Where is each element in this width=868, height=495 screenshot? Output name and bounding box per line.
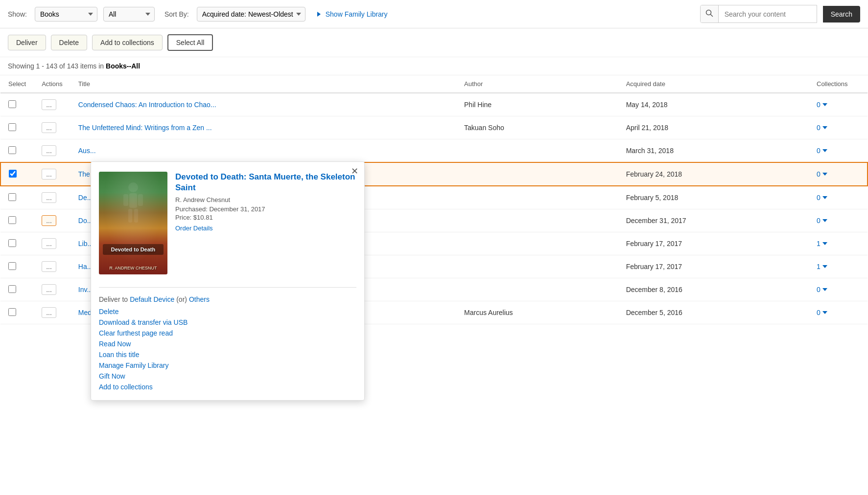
row-checkbox[interactable] (8, 146, 16, 154)
row-checkbox[interactable] (9, 170, 17, 178)
or-label: (or) (176, 295, 187, 303)
row-collections[interactable]: 0 (809, 186, 868, 209)
search-button[interactable]: Search (823, 6, 860, 22)
svg-line-1 (710, 15, 712, 17)
collections-badge[interactable]: 0 (817, 194, 860, 202)
row-checkbox[interactable] (8, 285, 16, 293)
collections-badge[interactable]: 1 (817, 263, 860, 270)
row-author (456, 232, 618, 255)
row-collections[interactable]: 0 (809, 301, 868, 324)
order-details-link[interactable]: Order Details (175, 225, 213, 232)
row-action-button[interactable]: ... (42, 261, 56, 272)
action-bar: Deliver Delete Add to collections Select… (0, 28, 868, 57)
popup-close-button[interactable]: ✕ (351, 167, 358, 176)
row-action-button[interactable]: ... (42, 169, 56, 180)
svg-rect-4 (123, 194, 128, 206)
row-action-button[interactable]: ... (42, 99, 56, 110)
purchased-label: Purchased: (175, 205, 208, 213)
add-collections-button[interactable]: Add to collections (92, 35, 163, 50)
row-action-button[interactable]: ... (42, 122, 56, 133)
collections-badge[interactable]: 0 (817, 217, 860, 225)
row-collections[interactable]: 0 (809, 162, 868, 186)
collections-badge[interactable]: 0 (817, 309, 860, 316)
price-label: Price: (175, 214, 191, 221)
table-row: ...Condensed Chaos: An Introduction to C… (0, 93, 868, 116)
row-collections[interactable]: 0 (809, 93, 868, 116)
row-collections[interactable]: 0 (809, 139, 868, 163)
family-library-label: Show Family Library (326, 10, 388, 18)
collections-badge[interactable]: 0 (817, 147, 860, 155)
popup-inner: Devoted to Death R. ANDREW CHESNUT Devot… (91, 162, 364, 282)
row-action-button[interactable]: ... (42, 215, 56, 226)
svg-rect-7 (134, 209, 138, 223)
others-link[interactable]: Others (189, 295, 210, 303)
row-checkbox[interactable] (8, 308, 16, 316)
collections-badge[interactable]: 0 (817, 101, 860, 109)
collections-badge[interactable]: 1 (817, 240, 860, 248)
collections-badge[interactable]: 0 (817, 286, 860, 293)
row-checkbox[interactable] (8, 123, 16, 131)
showing-bold: Books--All (106, 62, 140, 70)
row-checkbox[interactable] (8, 262, 16, 270)
row-action-button[interactable]: ... (42, 284, 56, 295)
row-checkbox[interactable] (8, 100, 16, 108)
col-author: Author (456, 75, 618, 93)
family-library-link[interactable]: Show Family Library (317, 10, 388, 18)
chevron-down-icon (822, 173, 827, 176)
row-acquired-date: February 17, 2017 (618, 255, 809, 278)
filter-select[interactable]: All Unread Read Collections (103, 7, 155, 22)
row-collections[interactable]: 1 (809, 255, 868, 278)
cover-author-text: R. ANDREW CHESNUT (109, 266, 157, 270)
row-action-button[interactable]: ... (42, 238, 56, 249)
popup-info: Devoted to Death: Santa Muerte, the Skel… (175, 172, 356, 274)
row-title-link[interactable]: Condensed Chaos: An Introduction to Chao… (78, 101, 216, 109)
popup-title: Devoted to Death: Santa Muerte, the Skel… (175, 172, 356, 193)
popup-delete-link[interactable]: Delete (99, 306, 356, 317)
show-label: Show: (8, 10, 27, 18)
showing-info: Showing 1 - 143 of 143 items in Books--A… (0, 57, 868, 75)
row-author (456, 186, 618, 209)
row-checkbox[interactable] (8, 216, 16, 224)
deliver-to-label: Deliver to (99, 295, 128, 303)
col-title: Title (70, 75, 456, 93)
default-device-link[interactable]: Default Device (130, 295, 174, 303)
row-author (456, 209, 618, 232)
chevron-down-icon (822, 149, 827, 152)
svg-rect-3 (129, 193, 137, 208)
row-checkbox[interactable] (8, 239, 16, 247)
collections-badge[interactable]: 0 (817, 124, 860, 132)
cover-title-text: Devoted to Death (106, 246, 161, 253)
row-author (456, 255, 618, 278)
chevron-down-icon (822, 242, 827, 245)
row-acquired-date: February 24, 2018 (618, 162, 809, 186)
popup-download-link[interactable]: Download & transfer via USB (99, 317, 356, 324)
row-collections[interactable]: 1 (809, 232, 868, 255)
select-all-button[interactable]: Select All (167, 34, 213, 51)
row-title-link[interactable]: The Unfettered Mind: Writings from a Zen… (78, 124, 212, 132)
show-select[interactable]: Books Periodicals Docs Active Content (35, 7, 97, 22)
row-action-button[interactable]: ... (42, 307, 56, 318)
row-title-link[interactable]: Aus... (78, 147, 96, 155)
row-action-button[interactable]: ... (42, 145, 56, 156)
sort-select[interactable]: Acquired date: Newest-Oldest Acquired da… (197, 7, 305, 22)
row-collections[interactable]: 0 (809, 278, 868, 301)
popup-cover: Devoted to Death R. ANDREW CHESNUT (99, 172, 167, 274)
delete-button[interactable]: Delete (51, 35, 87, 50)
row-checkbox[interactable] (8, 193, 16, 201)
search-box (700, 5, 817, 23)
row-author: Phil Hine (456, 93, 618, 116)
row-action-button[interactable]: ... (42, 192, 56, 203)
collections-badge[interactable]: 0 (817, 170, 859, 178)
deliver-button[interactable]: Deliver (8, 35, 46, 50)
row-acquired-date: December 5, 2016 (618, 301, 809, 324)
row-acquired-date: December 8, 2016 (618, 278, 809, 301)
popup-actions: Deliver to Default Device (or) Others De… (91, 292, 364, 324)
chevron-down-icon (822, 196, 827, 199)
search-input[interactable] (719, 6, 817, 22)
row-acquired-date: April 21, 2018 (618, 116, 809, 139)
row-collections[interactable]: 0 (809, 116, 868, 139)
popup-card: ✕ Devoted to Death R. AN (91, 161, 365, 324)
col-select: Select (0, 75, 34, 93)
chevron-down-icon (822, 219, 827, 222)
row-collections[interactable]: 0 (809, 209, 868, 232)
